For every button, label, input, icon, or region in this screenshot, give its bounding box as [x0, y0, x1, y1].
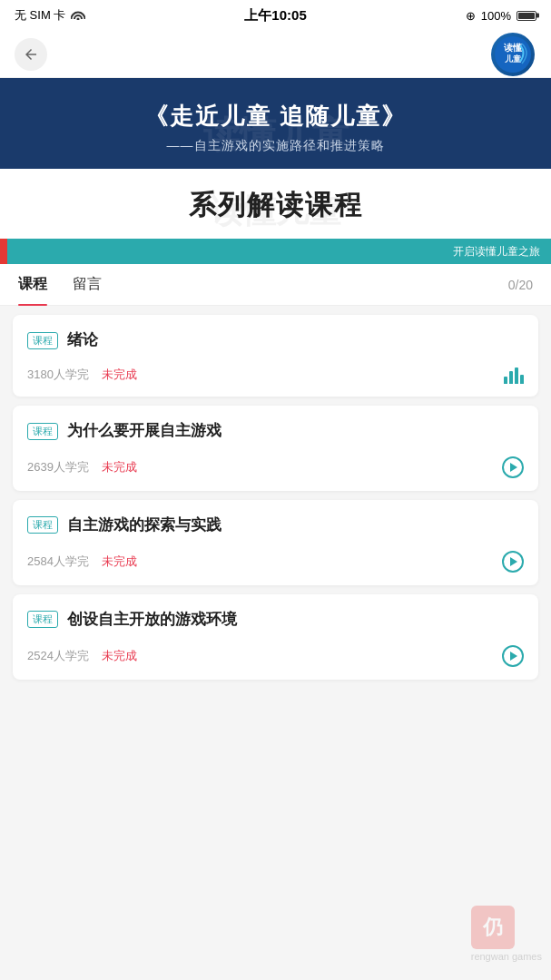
hero-title-main: 《走近儿童 追随儿童》 [18, 100, 533, 132]
hero-title-sub: ——自主游戏的实施路径和推进策略 [18, 138, 533, 154]
course-list: 课程 绪论 3180人学完 未完成 课程 为什么要开展自主游戏 2639人学完 [0, 315, 551, 706]
wifi-icon [71, 9, 85, 23]
course-status: 未完成 [102, 367, 137, 383]
course-status: 未完成 [102, 459, 137, 475]
course-footer-left: 2584人学完 未完成 [27, 554, 137, 570]
svg-text:儿童: 儿童 [504, 54, 522, 64]
watermark-text: rengwan games [471, 951, 542, 962]
course-header: 课程 创设自主开放的游戏环境 [27, 609, 524, 631]
hero-banner: 《走近儿童 追随儿童》 ——自主游戏的实施路径和推进策略 读懂儿童 系列解读课程… [0, 78, 551, 264]
bottom-watermark: 仍 rengwan games [471, 906, 542, 962]
course-name: 创设自主开放的游戏环境 [67, 609, 237, 631]
course-name: 为什么要开展自主游戏 [67, 420, 221, 442]
app-logo: 读懂 儿童 [489, 31, 536, 78]
course-learners: 2584人学完 [27, 554, 89, 570]
course-tag: 课程 [27, 332, 58, 349]
course-footer-left: 3180人学完 未完成 [27, 367, 137, 383]
course-learners: 2524人学完 [27, 648, 89, 664]
svg-text:读懂: 读懂 [504, 43, 523, 53]
play-icon [502, 456, 524, 478]
course-item[interactable]: 课程 创设自主开放的游戏环境 2524人学完 未完成 [13, 594, 538, 680]
course-tag: 课程 [27, 516, 58, 534]
course-status: 未完成 [102, 554, 137, 570]
hero-bottom: 系列解读课程 读懂儿童 [0, 169, 551, 239]
course-footer: 3180人学完 未完成 [27, 366, 524, 384]
hero-top: 《走近儿童 追随儿童》 ——自主游戏的实施路径和推进策略 读懂儿童 [0, 78, 551, 169]
progress-strip: 开启读懂儿童之旅 [0, 239, 551, 264]
progress-teal-bar: 开启读懂儿童之旅 [7, 239, 551, 264]
play-triangle [510, 557, 517, 566]
battery-icon [517, 11, 536, 21]
course-name: 自主游戏的探索与实践 [67, 514, 221, 536]
course-item[interactable]: 课程 绪论 3180人学完 未完成 [13, 315, 538, 397]
course-footer: 2524人学完 未完成 [27, 645, 524, 667]
carrier-label: 无 SIM 卡 [15, 7, 65, 24]
nav-bar: 读懂 儿童 [0, 31, 551, 78]
status-left: 无 SIM 卡 [15, 7, 85, 24]
course-name: 绪论 [67, 329, 98, 351]
progress-label: 开启读懂儿童之旅 [453, 244, 540, 260]
tabs-left: 课程 留言 [18, 264, 102, 306]
back-button[interactable] [15, 38, 47, 71]
course-item[interactable]: 课程 为什么要开展自主游戏 2639人学完 未完成 [13, 406, 538, 491]
tabs-row: 课程 留言 0/20 [0, 264, 551, 306]
course-tag: 课程 [27, 423, 58, 440]
status-bar: 无 SIM 卡 上午10:05 ⊕ 100% [0, 0, 551, 31]
play-triangle [510, 652, 517, 661]
play-icon [502, 645, 524, 667]
course-learners: 3180人学完 [27, 367, 89, 383]
course-header: 课程 为什么要开展自主游戏 [27, 420, 524, 442]
course-tag: 课程 [27, 611, 58, 628]
battery-percent: 100% [481, 9, 511, 23]
tabs-count: 0/20 [508, 278, 533, 292]
progress-red-bar [0, 239, 7, 264]
lock-icon: ⊕ [466, 9, 476, 23]
course-footer: 2639人学完 未完成 [27, 456, 524, 478]
course-footer-left: 2524人学完 未完成 [27, 648, 137, 664]
course-footer-left: 2639人学完 未完成 [27, 459, 137, 475]
watermark-icon: 仍 [471, 906, 515, 949]
course-header: 课程 自主游戏的探索与实践 [27, 514, 524, 536]
tab-comment[interactable]: 留言 [73, 264, 102, 306]
course-item[interactable]: 课程 自主游戏的探索与实践 2584人学完 未完成 [13, 500, 538, 585]
course-header: 课程 绪论 [27, 329, 524, 351]
course-footer: 2584人学完 未完成 [27, 551, 524, 573]
status-time: 上午10:05 [244, 7, 306, 24]
course-status: 未完成 [102, 648, 137, 664]
play-triangle [510, 463, 517, 472]
hero-subtitle: 系列解读课程 [18, 187, 533, 224]
bar-chart-icon [504, 366, 524, 384]
play-icon [502, 551, 524, 573]
tab-course[interactable]: 课程 [18, 264, 47, 306]
status-right: ⊕ 100% [466, 9, 536, 23]
course-learners: 2639人学完 [27, 459, 89, 475]
